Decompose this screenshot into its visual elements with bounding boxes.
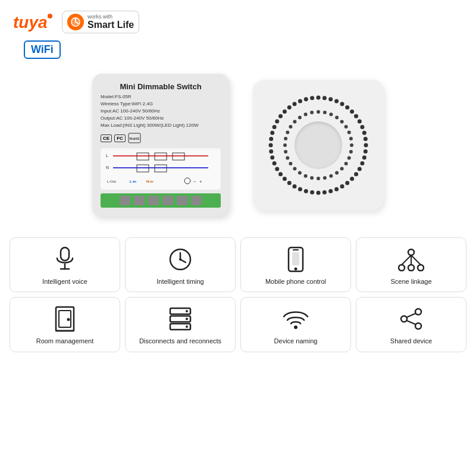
svg-point-81 [340, 167, 344, 171]
svg-point-74 [345, 125, 348, 129]
speaker-center [295, 121, 342, 169]
rohs-icon: RoHS [128, 133, 141, 143]
svg-point-121 [67, 318, 70, 321]
svg-point-56 [269, 149, 273, 154]
speaker-outer: // draw dots in a ring [262, 89, 375, 202]
svg-point-59 [270, 131, 274, 135]
svg-point-72 [335, 115, 339, 119]
svg-point-1 [48, 14, 52, 18]
svg-point-68 [310, 96, 314, 100]
svg-point-57 [269, 143, 273, 148]
feature-box-scene-linkage: Scene linkage [356, 237, 466, 292]
svg-point-126 [186, 310, 188, 312]
mobile-phone-control-icon [283, 246, 309, 273]
tuya-logo: tuya [12, 11, 54, 33]
svg-point-90 [289, 162, 292, 165]
disconnects-reconnects-label: Disconnects and reconnects [139, 337, 221, 345]
svg-line-134 [407, 321, 415, 324]
svg-point-29 [358, 120, 362, 124]
wifi-section: WiFi [0, 38, 476, 59]
svg-point-129 [294, 325, 298, 329]
svg-point-51 [283, 177, 287, 181]
svg-point-39 [350, 177, 354, 181]
svg-text:tuya: tuya [13, 13, 48, 32]
feature-box-mobile-phone-control: Mobile phone control [240, 237, 351, 292]
svg-point-23 [328, 97, 333, 101]
svg-point-98 [298, 115, 302, 119]
terminal-4 [162, 196, 173, 205]
svg-point-89 [293, 167, 296, 171]
device-naming-icon [283, 306, 309, 332]
svg-point-50 [287, 181, 292, 185]
svg-point-58 [269, 137, 273, 141]
feature-box-disconnects-reconnects: Disconnects and reconnects [125, 297, 236, 352]
svg-point-99 [304, 112, 308, 116]
svg-point-78 [349, 150, 353, 154]
smart-life-label: Smart Life [87, 20, 134, 30]
svg-point-85 [317, 177, 320, 180]
svg-point-30 [360, 125, 364, 129]
mobile-phone-control-label: Mobile phone control [265, 277, 326, 286]
svg-point-60 [273, 125, 277, 129]
svg-point-86 [310, 176, 314, 180]
product-area: Mini Dimmable Switch Model:FS-05R Wirele… [0, 59, 476, 237]
intelligent-voice-icon [52, 246, 78, 273]
svg-point-48 [298, 187, 302, 191]
svg-point-35 [362, 155, 367, 159]
svg-point-96 [289, 125, 292, 129]
disconnects-reconnects-icon [167, 306, 193, 332]
svg-point-40 [345, 181, 349, 185]
svg-point-52 [278, 172, 283, 176]
room-management-icon [52, 306, 78, 332]
svg-point-79 [347, 156, 351, 159]
svg-point-77 [350, 143, 353, 147]
ce-badge: CE [101, 134, 112, 142]
svg-point-45 [317, 191, 321, 195]
svg-point-84 [323, 176, 327, 180]
svg-point-36 [360, 161, 364, 165]
terminal-1 [120, 196, 130, 205]
svg-point-71 [329, 112, 333, 116]
svg-point-114 [408, 265, 414, 271]
wifi-label: WiFi [31, 43, 54, 55]
svg-line-118 [411, 255, 421, 265]
svg-point-97 [293, 120, 296, 123]
svg-point-88 [298, 171, 302, 175]
terminal-2 [134, 196, 145, 205]
svg-point-26 [345, 105, 349, 109]
svg-point-70 [323, 111, 327, 114]
svg-point-42 [334, 187, 339, 191]
svg-text:RoHS: RoHS [130, 137, 139, 140]
scene-linkage-icon [398, 246, 424, 273]
feature-box-room-management: Room management [10, 297, 120, 352]
svg-point-83 [329, 174, 333, 178]
works-with-label: works with [87, 14, 134, 20]
svg-point-111 [295, 268, 298, 271]
terminal-block [101, 193, 221, 208]
svg-line-133 [407, 314, 415, 317]
terminal-6 [191, 196, 202, 205]
switch-device: Mini Dimmable Switch Model:FS-05R Wirele… [92, 74, 229, 217]
svg-point-49 [293, 184, 297, 189]
svg-point-27 [350, 109, 354, 114]
svg-point-43 [328, 189, 333, 193]
svg-point-87 [304, 174, 308, 178]
svg-point-32 [364, 137, 368, 141]
svg-point-44 [322, 190, 327, 195]
feature-box-shared-device: Shared device [356, 297, 466, 352]
smartlife-badge: works with Smart Life [62, 11, 139, 33]
device-naming-label: Device naming [274, 337, 318, 345]
round-device: // draw dots in a ring [253, 80, 384, 211]
svg-point-53 [275, 167, 279, 171]
intelligent-timing-icon [167, 246, 193, 273]
svg-point-67 [304, 97, 308, 101]
svg-point-93 [283, 143, 287, 147]
svg-point-61 [275, 120, 279, 124]
terminal-5 [177, 196, 187, 205]
wiring-svg: L N L-Out L-in N-in [101, 150, 220, 189]
svg-text:−: − [193, 179, 196, 184]
svg-point-41 [340, 184, 345, 189]
svg-point-65 [293, 102, 297, 106]
svg-rect-110 [292, 252, 299, 265]
svg-text:L: L [106, 154, 108, 158]
